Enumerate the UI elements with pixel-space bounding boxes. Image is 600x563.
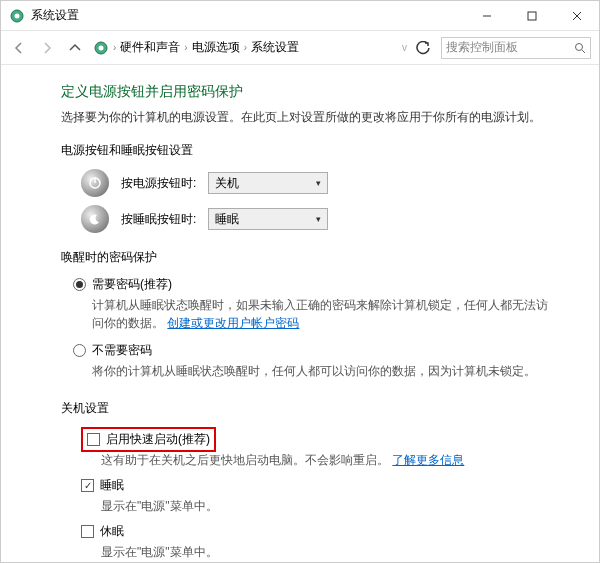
hibernate-checkbox[interactable] xyxy=(81,525,94,538)
section-title-shutdown: 关机设置 xyxy=(61,400,559,417)
sleep-option-desc: 显示在"电源"菜单中。 xyxy=(101,498,559,515)
app-icon xyxy=(9,8,25,24)
power-button-row: 按电源按钮时: 关机 ▾ xyxy=(81,169,559,197)
section-title-wake: 唤醒时的密码保护 xyxy=(61,249,559,266)
sleep-button-value: 睡眠 xyxy=(215,211,239,228)
breadcrumb-root-icon xyxy=(93,40,109,56)
hibernate-option-desc: 显示在"电源"菜单中。 xyxy=(101,544,559,561)
sleep-icon xyxy=(81,205,109,233)
minimize-button[interactable] xyxy=(464,1,509,31)
content: 定义电源按钮并启用密码保护 选择要为你的计算机的电源设置。在此页上对设置所做的更… xyxy=(1,65,599,563)
breadcrumb-item[interactable]: 系统设置 xyxy=(251,39,299,56)
radio-no-password[interactable]: 不需要密码 将你的计算机从睡眠状态唤醒时，任何人都可以访问你的数据，因为计算机未… xyxy=(73,342,559,380)
breadcrumb-item[interactable]: 电源选项 xyxy=(192,39,240,56)
search-icon xyxy=(574,42,586,54)
svg-point-1 xyxy=(15,13,20,18)
sleep-button-select[interactable]: 睡眠 ▾ xyxy=(208,208,328,230)
titlebar: 系统设置 xyxy=(1,1,599,31)
chevron-right-icon: › xyxy=(244,42,247,53)
page-heading: 定义电源按钮并启用密码保护 xyxy=(61,83,559,101)
chevron-down-icon: ▾ xyxy=(316,214,321,224)
page-subtext: 选择要为你的计算机的电源设置。在此页上对设置所做的更改将应用于你所有的电源计划。 xyxy=(61,109,559,126)
sleep-button-row: 按睡眠按钮时: 睡眠 ▾ xyxy=(81,205,559,233)
search-input[interactable]: 搜索控制面板 xyxy=(441,37,591,59)
fast-startup-highlight: 启用快速启动(推荐) xyxy=(81,427,216,452)
radio-icon xyxy=(73,344,86,357)
radio-require-password[interactable]: 需要密码(推荐) 计算机从睡眠状态唤醒时，如果未输入正确的密码来解除计算机锁定，… xyxy=(73,276,559,332)
power-button-select[interactable]: 关机 ▾ xyxy=(208,172,328,194)
fast-startup-more-link[interactable]: 了解更多信息 xyxy=(392,453,464,467)
radio-require-password-label: 需要密码(推荐) xyxy=(92,276,559,293)
power-icon xyxy=(81,169,109,197)
navbar: › 硬件和声音 › 电源选项 › 系统设置 v 搜索控制面板 xyxy=(1,31,599,65)
chevron-down-icon[interactable]: v xyxy=(402,42,407,53)
fast-startup-desc: 这有助于在关机之后更快地启动电脑。不会影响重启。 xyxy=(101,453,389,467)
breadcrumb[interactable]: › 硬件和声音 › 电源选项 › 系统设置 xyxy=(93,39,394,56)
radio-no-password-label: 不需要密码 xyxy=(92,342,559,359)
window-title: 系统设置 xyxy=(31,7,79,24)
refresh-button[interactable] xyxy=(413,38,433,58)
power-button-value: 关机 xyxy=(215,175,239,192)
sleep-checkbox[interactable] xyxy=(81,479,94,492)
svg-line-9 xyxy=(582,50,585,53)
forward-button[interactable] xyxy=(37,38,57,58)
svg-rect-3 xyxy=(528,12,536,20)
power-button-label: 按电源按钮时: xyxy=(121,175,196,192)
sleep-button-label: 按睡眠按钮时: xyxy=(121,211,196,228)
sleep-option-row: 睡眠 xyxy=(81,477,559,494)
fast-startup-checkbox[interactable] xyxy=(87,433,100,446)
radio-no-password-desc: 将你的计算机从睡眠状态唤醒时，任何人都可以访问你的数据，因为计算机未锁定。 xyxy=(92,362,559,380)
section-title-buttons: 电源按钮和睡眠按钮设置 xyxy=(61,142,559,159)
search-placeholder: 搜索控制面板 xyxy=(446,39,518,56)
sleep-option-label: 睡眠 xyxy=(100,477,124,494)
svg-point-7 xyxy=(99,45,104,50)
svg-point-8 xyxy=(576,43,583,50)
maximize-button[interactable] xyxy=(509,1,554,31)
radio-require-password-desc: 计算机从睡眠状态唤醒时，如果未输入正确的密码来解除计算机锁定，任何人都无法访问你… xyxy=(92,298,548,330)
back-button[interactable] xyxy=(9,38,29,58)
fast-startup-label: 启用快速启动(推荐) xyxy=(106,431,210,448)
chevron-right-icon: › xyxy=(113,42,116,53)
create-change-password-link[interactable]: 创建或更改用户帐户密码 xyxy=(167,316,299,330)
radio-icon xyxy=(73,278,86,291)
chevron-down-icon: ▾ xyxy=(316,178,321,188)
chevron-right-icon: › xyxy=(184,42,187,53)
hibernate-option-label: 休眠 xyxy=(100,523,124,540)
up-button[interactable] xyxy=(65,38,85,58)
hibernate-option-row: 休眠 xyxy=(81,523,559,540)
close-button[interactable] xyxy=(554,1,599,31)
breadcrumb-item[interactable]: 硬件和声音 xyxy=(120,39,180,56)
